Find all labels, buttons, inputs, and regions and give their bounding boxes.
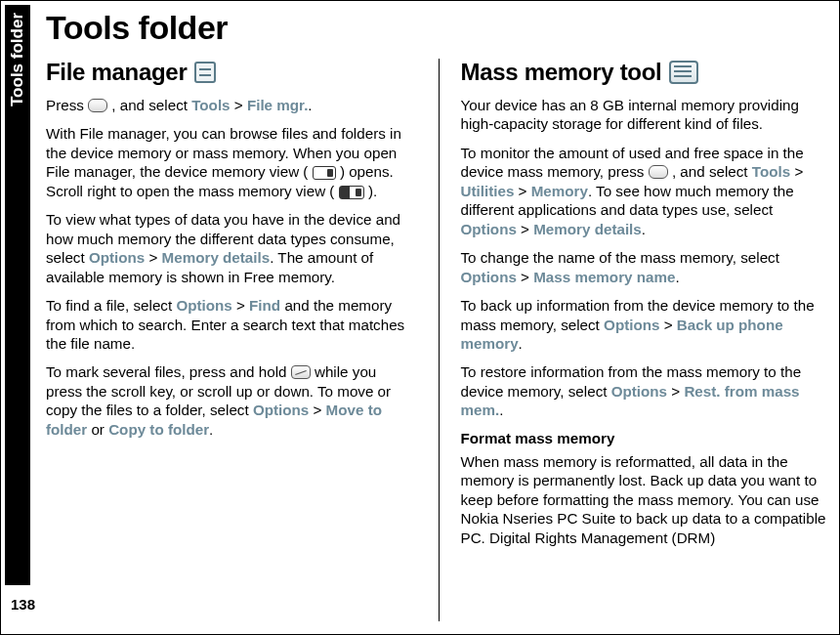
menu-options-7: Options [611, 383, 667, 400]
fm-p3: To view what types of data you have in t… [46, 210, 417, 286]
page: Tools folder 138 Tools folder File manag… [0, 0, 840, 635]
side-tab-label: Tools folder [8, 13, 27, 106]
menu-options-5: Options [461, 269, 517, 285]
side-tab: Tools folder [5, 5, 30, 585]
fm-p5: To mark several files, press and hold wh… [46, 362, 417, 439]
menu-memory-details: Memory details [162, 249, 271, 266]
columns: File manager Press , and select Tools > … [46, 59, 831, 621]
edit-key-icon [291, 365, 311, 379]
mass-memory-heading: Mass memory tool [461, 59, 832, 86]
menu-options: Options [89, 249, 145, 266]
mm-p4: To back up information from the device m… [461, 296, 832, 353]
mm-p6: When mass memory is reformatted, all dat… [461, 452, 832, 547]
mm-p3: To change the name of the mass memory, s… [461, 248, 832, 286]
menu-copy-to-folder: Copy to folder [108, 421, 209, 438]
device-memory-icon [313, 166, 336, 180]
menu-options-4: Options [461, 221, 517, 237]
menu-find: Find [249, 297, 280, 314]
menu-memory-details-2: Memory details [533, 221, 642, 237]
file-manager-heading: File manager [46, 59, 417, 86]
fm-p4: To find a file, select Options > Find an… [46, 296, 417, 353]
fm-p2: With File manager, you can browse files … [46, 124, 417, 200]
mm-p2: To monitor the amount of used and free s… [461, 144, 832, 238]
menu-key-icon-2 [649, 165, 668, 179]
mass-memory-tool-icon [669, 61, 698, 84]
menu-key-icon [88, 99, 107, 112]
menu-utilities: Utilities [461, 183, 515, 199]
page-number: 138 [5, 596, 44, 613]
menu-mass-memory-name: Mass memory name [533, 269, 675, 285]
format-mass-memory-subheading: Format mass memory [461, 430, 832, 446]
fm-p1: Press , and select Tools > File mgr.. [46, 96, 417, 114]
menu-options-2: Options [176, 297, 231, 314]
col-left: File manager Press , and select Tools > … [46, 59, 417, 621]
file-manager-icon [194, 62, 216, 83]
menu-file-mgr: File mgr. [247, 97, 308, 113]
content: Tools folder File manager Press , and se… [46, 9, 831, 626]
mass-memory-icon [339, 186, 364, 199]
col-right: Mass memory tool Your device has an 8 GB… [461, 59, 832, 621]
mm-p1: Your device has an 8 GB internal memory … [461, 96, 832, 134]
mm-p5: To restore information from the mass mem… [461, 362, 832, 419]
column-separator [439, 59, 440, 621]
mass-memory-heading-text: Mass memory tool [461, 59, 662, 86]
menu-options-6: Options [604, 317, 659, 333]
menu-tools: Tools [191, 97, 230, 113]
menu-options-3: Options [253, 402, 309, 418]
menu-memory: Memory [531, 183, 588, 199]
page-title: Tools folder [46, 9, 831, 47]
menu-tools-2: Tools [752, 163, 790, 180]
file-manager-heading-text: File manager [46, 59, 187, 86]
